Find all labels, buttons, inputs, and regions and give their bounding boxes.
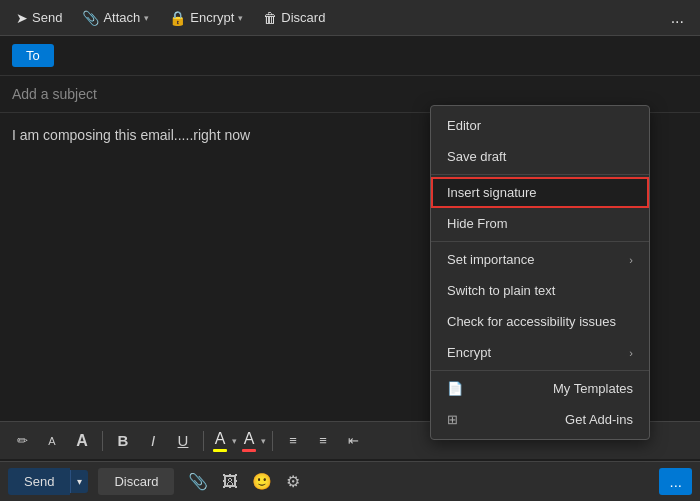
- separator-2: [203, 431, 204, 451]
- font-color-icon: A: [244, 430, 255, 448]
- highlight-color-dot: [213, 449, 227, 452]
- format-erase-button[interactable]: ✏: [8, 428, 36, 454]
- attach-caret: ▾: [144, 13, 149, 23]
- encrypt-icon: 🔒: [169, 10, 186, 26]
- more-label: ...: [671, 9, 684, 26]
- italic-button[interactable]: I: [139, 428, 167, 454]
- separator-1: [102, 431, 103, 451]
- image-icon[interactable]: 🖼: [218, 471, 242, 493]
- menu-label-hide-from: Hide From: [447, 216, 508, 231]
- menu-label-insert-signature: Insert signature: [447, 185, 537, 200]
- menu-item-editor[interactable]: Editor: [431, 110, 649, 141]
- top-toolbar: ➤ Send 📎 Attach ▾ 🔒 Encrypt ▾ 🗑 Discard …: [0, 0, 700, 36]
- menu-item-set-importance[interactable]: Set importance›: [431, 244, 649, 275]
- settings-icon[interactable]: ⚙: [282, 470, 304, 493]
- bottom-bar: Send ▾ Discard 📎 🖼 🙂 ⚙ ...: [0, 461, 700, 501]
- menu-item-encrypt[interactable]: Encrypt›: [431, 337, 649, 368]
- attach-icon: 📎: [82, 10, 99, 26]
- font-size-decrease-button[interactable]: A: [38, 428, 66, 454]
- bullet-list-icon: ≡: [289, 433, 297, 448]
- attach-label: Attach: [103, 10, 140, 25]
- indent-icon: ⇤: [348, 433, 359, 448]
- menu-separator-after-save: [431, 174, 649, 175]
- menu-label-editor: Editor: [447, 118, 481, 133]
- to-row: To: [0, 36, 700, 76]
- body-text: I am composing this email.....right now: [12, 127, 250, 143]
- send-button[interactable]: ➤ Send: [8, 6, 70, 30]
- discard-button[interactable]: 🗑 Discard: [255, 6, 333, 30]
- encrypt-button[interactable]: 🔒 Encrypt ▾: [161, 6, 251, 30]
- menu-item-switch-plain-text[interactable]: Switch to plain text: [431, 275, 649, 306]
- discard-label: Discard: [281, 10, 325, 25]
- menu-label-set-importance: Set importance: [447, 252, 534, 267]
- attach-button[interactable]: 📎 Attach ▾: [74, 6, 157, 30]
- numbered-list-icon: ≡: [319, 433, 327, 448]
- menu-label-encrypt: Encrypt: [447, 345, 491, 360]
- more-options-button[interactable]: ...: [663, 5, 692, 31]
- menu-item-my-templates[interactable]: 📄My Templates: [431, 373, 649, 404]
- bullet-list-button[interactable]: ≡: [279, 428, 307, 454]
- font-small-icon: A: [48, 435, 55, 447]
- send-main-button[interactable]: Send: [8, 468, 70, 495]
- discard-icon: 🗑: [263, 10, 277, 26]
- highlight-icon: A: [215, 430, 226, 448]
- underline-button[interactable]: U: [169, 428, 197, 454]
- menu-label-switch-plain-text: Switch to plain text: [447, 283, 555, 298]
- font-color-caret[interactable]: ▾: [261, 436, 266, 446]
- paperclip-icon[interactable]: 📎: [184, 470, 212, 493]
- font-color-dot: [242, 449, 256, 452]
- discard-main-button[interactable]: Discard: [98, 468, 174, 495]
- separator-3: [272, 431, 273, 451]
- set-importance-caret: ›: [629, 254, 633, 266]
- menu-item-get-add-ins[interactable]: ⊞Get Add-ins: [431, 404, 649, 435]
- more-bottom-button[interactable]: ...: [659, 468, 692, 495]
- font-color-button[interactable]: A: [239, 428, 259, 454]
- my-templates-icon: 📄: [447, 381, 463, 396]
- send-label: Send: [32, 10, 62, 25]
- bold-label: B: [118, 432, 129, 449]
- send-group: Send ▾: [8, 468, 88, 495]
- underline-label: U: [178, 432, 189, 449]
- encrypt-caret: ▾: [238, 13, 243, 23]
- font-size-increase-button[interactable]: A: [68, 428, 96, 454]
- emoji-icon[interactable]: 🙂: [248, 470, 276, 493]
- font-large-icon: A: [76, 432, 88, 450]
- send-caret-button[interactable]: ▾: [70, 470, 88, 493]
- get-add-ins-icon: ⊞: [447, 412, 458, 427]
- menu-item-hide-from[interactable]: Hide From: [431, 208, 649, 239]
- highlight-color-button[interactable]: A: [210, 428, 230, 454]
- menu-separator-after-hidefrom: [431, 241, 649, 242]
- menu-label-check-accessibility: Check for accessibility issues: [447, 314, 616, 329]
- menu-label-save-draft: Save draft: [447, 149, 506, 164]
- menu-item-insert-signature[interactable]: Insert signature: [431, 177, 649, 208]
- send-icon: ➤: [16, 10, 28, 26]
- italic-label: I: [151, 432, 155, 449]
- erase-icon: ✏: [17, 433, 28, 448]
- menu-separator-after-encrypt: [431, 370, 649, 371]
- encrypt-label: Encrypt: [190, 10, 234, 25]
- highlight-caret[interactable]: ▾: [232, 436, 237, 446]
- bottom-icon-group: 📎 🖼 🙂 ⚙: [184, 470, 304, 493]
- menu-label-my-templates: My Templates: [553, 381, 633, 396]
- indent-button[interactable]: ⇤: [339, 428, 367, 454]
- menu-label-get-add-ins: Get Add-ins: [565, 412, 633, 427]
- menu-item-check-accessibility[interactable]: Check for accessibility issues: [431, 306, 649, 337]
- menu-item-save-draft[interactable]: Save draft: [431, 141, 649, 172]
- context-menu: EditorSave draftInsert signatureHide Fro…: [430, 105, 650, 440]
- subject-placeholder: Add a subject: [12, 86, 97, 102]
- to-button[interactable]: To: [12, 44, 54, 67]
- numbered-list-button[interactable]: ≡: [309, 428, 337, 454]
- bold-button[interactable]: B: [109, 428, 137, 454]
- encrypt-caret: ›: [629, 347, 633, 359]
